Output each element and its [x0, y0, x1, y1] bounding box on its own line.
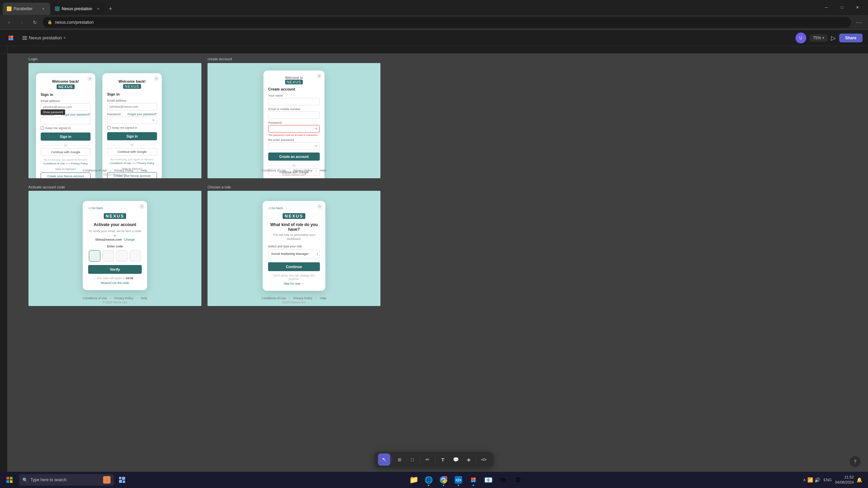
taskbar-clock[interactable]: 21:52 04/08/2024: [835, 475, 854, 485]
taskbar-app-file-explorer[interactable]: 📁: [407, 473, 420, 487]
role-help-link[interactable]: Help: [320, 297, 327, 300]
modal2-password-input[interactable]: [107, 117, 157, 124]
tray-wifi-icon[interactable]: 📶: [807, 477, 813, 483]
activate-modal-close-icon[interactable]: ✕: [139, 204, 144, 209]
create-eye-icon[interactable]: 👁: [315, 127, 318, 130]
task-view-button[interactable]: [115, 473, 129, 487]
modal2-privacy-link[interactable]: Privacy Policy: [137, 162, 154, 165]
reload-button[interactable]: ↻: [30, 17, 40, 27]
role-continue-button[interactable]: Continue: [268, 262, 320, 271]
pen-tool-btn[interactable]: ✏: [421, 453, 434, 466]
forward-button[interactable]: ›: [17, 17, 27, 27]
text-tool-btn[interactable]: T: [437, 453, 449, 466]
code-tool-btn[interactable]: </>: [478, 453, 490, 466]
zoom-control[interactable]: 75% ▾: [810, 34, 828, 42]
taskbar-app-vscode[interactable]: </>: [452, 473, 465, 487]
ca-conditions-link[interactable]: Conditions of Use: [262, 169, 286, 172]
modal1-conditions-link[interactable]: Conditions of Use: [43, 162, 65, 165]
tray-volume-icon[interactable]: 🔊: [814, 477, 820, 483]
role-conditions-link[interactable]: Conditions of Use: [262, 297, 286, 300]
avatar-button[interactable]: U: [795, 33, 806, 43]
modal1-google-button[interactable]: Continue with Google: [41, 148, 91, 156]
back-button[interactable]: ‹: [4, 17, 14, 27]
role-privacy-link[interactable]: Privacy Policy: [293, 297, 312, 300]
otp-box-3[interactable]: [116, 250, 127, 262]
taskbar-app-more[interactable]: 📧: [481, 473, 495, 487]
ca-privacy-link[interactable]: Privacy Policy: [293, 169, 312, 172]
create-password-error: The password must be at least 6 characte…: [268, 134, 320, 137]
toolbar-more-icon[interactable]: ⋯: [854, 17, 864, 27]
create-name-input[interactable]: [268, 98, 320, 105]
address-bar[interactable]: 🔒 nexus.com/prestation: [43, 17, 851, 28]
taskbar-search[interactable]: 🔍 Type here to search 🦌: [19, 474, 114, 486]
start-button[interactable]: [3, 473, 16, 487]
system-tray[interactable]: ∧ 📶 🔊: [803, 477, 820, 483]
modal2-conditions-link[interactable]: Conditions of Use: [110, 162, 131, 165]
login-conditions-link[interactable]: Conditions of Use: [83, 169, 107, 172]
taskbar-app-figma[interactable]: [467, 473, 480, 487]
tab-nexus[interactable]: Nexus prestation ✕: [51, 3, 105, 15]
create-modal-close-icon[interactable]: ✕: [316, 73, 322, 79]
taskbar-search-deer-icon: 🦌: [103, 476, 111, 484]
activate-back-link[interactable]: ◁ Go back: [88, 206, 142, 210]
figma-logo[interactable]: [5, 33, 16, 43]
create-password-input[interactable]: [268, 125, 320, 133]
role-back-link[interactable]: ◁ Go back: [268, 206, 320, 210]
act-privacy-link[interactable]: Privacy Policy: [114, 297, 133, 300]
minimize-button[interactable]: ─: [818, 2, 834, 13]
create-email-input[interactable]: [268, 111, 320, 119]
role-modal-close-icon[interactable]: ✕: [317, 204, 323, 209]
figma-menu-button[interactable]: Nexus prestation ▾: [20, 34, 68, 42]
create-reenter-input[interactable]: [268, 142, 320, 150]
share-button[interactable]: Share: [839, 34, 863, 42]
activate-change-link[interactable]: Change: [124, 238, 135, 241]
modal2-keep-signed-checkbox[interactable]: [107, 126, 111, 129]
component-tool-btn[interactable]: ◈: [462, 453, 475, 466]
tab-close-nexus-icon[interactable]: ✕: [96, 6, 101, 12]
comment-tool-btn[interactable]: 💬: [450, 453, 462, 466]
modal1-password-input[interactable]: [41, 117, 91, 124]
help-button[interactable]: ?: [850, 456, 861, 467]
modal1-close-icon[interactable]: ✕: [87, 76, 93, 81]
taskbar-app-settings[interactable]: ⚙: [511, 473, 525, 487]
login-privacy-link[interactable]: Privacy Policy: [114, 169, 133, 172]
taskbar-app-store[interactable]: 🛍: [496, 473, 510, 487]
verify-button[interactable]: Verify: [88, 265, 142, 274]
taskbar-app-edge[interactable]: 🌐: [422, 473, 435, 487]
modal1-keep-signed-checkbox[interactable]: [41, 126, 44, 130]
otp-box-4[interactable]: [130, 250, 141, 262]
act-help-link[interactable]: Help: [141, 297, 147, 300]
notification-button[interactable]: 🔔: [856, 476, 863, 483]
create-reenter-eye-icon[interactable]: 👁: [315, 144, 318, 148]
modal2-signin-button[interactable]: Sign in: [107, 132, 157, 140]
modal2-eye-icon[interactable]: 👁: [152, 119, 155, 122]
tab-parabetter[interactable]: Parabetter ✕: [3, 3, 50, 15]
modal2-google-button[interactable]: Continue with Google: [107, 148, 157, 156]
modal2-close-icon[interactable]: ✕: [154, 76, 159, 81]
activate-resend-link[interactable]: Resend me the code: [88, 281, 142, 285]
login-help-link[interactable]: Help: [141, 169, 147, 172]
close-button[interactable]: ✕: [850, 2, 865, 13]
modal1-signin-button[interactable]: Sign in: [41, 133, 91, 141]
otp-box-2[interactable]: [102, 250, 114, 262]
taskbar-app-chrome[interactable]: [437, 473, 450, 487]
language-indicator[interactable]: ENG: [822, 477, 833, 483]
role-skip-link[interactable]: Skip for now →: [268, 282, 320, 285]
play-icon[interactable]: ▷: [831, 34, 836, 42]
pointer-tool-btn[interactable]: ↖: [378, 453, 390, 466]
frame-tool-btn[interactable]: ⊞: [393, 453, 406, 466]
modal2-email-input[interactable]: [107, 103, 157, 110]
modal2-forgot-link[interactable]: Forgot your password?: [127, 113, 157, 116]
create-account-button[interactable]: Create an account: [268, 152, 320, 161]
role-select[interactable]: Social Marketing Manager Developer Desig…: [268, 249, 320, 258]
modal1-privacy-link[interactable]: Privacy Policy: [71, 162, 88, 165]
tray-arrow-icon[interactable]: ∧: [803, 477, 806, 482]
new-tab-button[interactable]: +: [106, 4, 115, 14]
otp-box-1[interactable]: [89, 250, 100, 262]
act-conditions-link[interactable]: Conditions of Use: [83, 297, 107, 300]
maximize-button[interactable]: □: [834, 2, 850, 13]
ca-help-link[interactable]: Help: [320, 169, 327, 172]
tab-close-icon[interactable]: ✕: [41, 6, 46, 12]
modal1-forgot-link[interactable]: Forgot your password?: [61, 113, 91, 116]
shape-tool-btn[interactable]: □: [406, 453, 418, 466]
